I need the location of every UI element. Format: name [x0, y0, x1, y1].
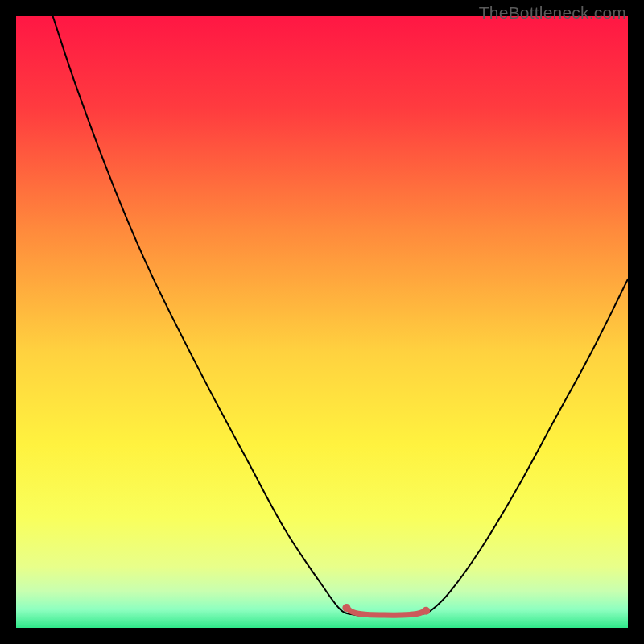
trough-marker-endpoint [422, 607, 430, 615]
trough-marker-endpoint [342, 604, 350, 612]
chart-frame: TheBottleneck.com [0, 0, 644, 644]
plot-area [16, 16, 628, 628]
watermark-text: TheBottleneck.com [479, 3, 626, 23]
bottleneck-chart [16, 16, 628, 628]
gradient-background [16, 16, 628, 628]
